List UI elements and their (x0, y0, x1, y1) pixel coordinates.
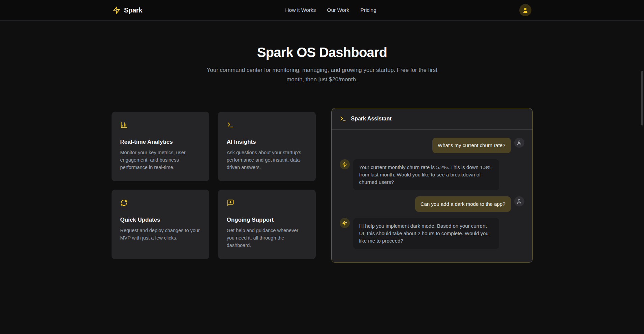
assistant-message-bubble: I'll help you implement dark mode. Based… (353, 218, 499, 249)
hero-section: Spark OS Dashboard Your command center f… (0, 21, 644, 84)
user-icon (516, 199, 522, 204)
assistant-title: Spark Assistant (351, 116, 392, 122)
user-icon (522, 7, 529, 13)
brand-logo[interactable]: Spark (113, 6, 142, 14)
feature-description: Ask questions about your startup's perfo… (227, 149, 307, 171)
feature-title: Quick Updates (120, 217, 201, 223)
user-message-bubble: Can you add a dark mode to the app? (415, 196, 511, 212)
message-square-plus-icon (227, 199, 307, 208)
nav-link-our-work[interactable]: Our Work (327, 7, 349, 13)
zap-icon (342, 220, 347, 226)
feature-grid: Real-time Analytics Monitor your key met… (112, 112, 316, 259)
navbar-inner: Spark How it Works Our Work Pricing (113, 0, 531, 20)
navbar: Spark How it Works Our Work Pricing (0, 0, 644, 21)
user-avatar (514, 196, 524, 206)
feature-title: AI Insights (227, 139, 307, 145)
feature-card-ai-insights[interactable]: AI Insights Ask questions about your sta… (218, 112, 316, 181)
chat-message-assistant: I'll help you implement dark mode. Based… (340, 218, 524, 249)
terminal-icon (340, 115, 346, 122)
page-title: Spark OS Dashboard (0, 45, 644, 60)
chat-message-assistant: Your current monthly churn rate is 5.2%.… (340, 159, 524, 190)
assistant-message-bubble: Your current monthly churn rate is 5.2%.… (353, 159, 499, 190)
terminal-icon (227, 121, 307, 130)
refresh-icon (120, 199, 201, 208)
assistant-chat-log[interactable]: What's my current churn rate? (332, 130, 532, 262)
assistant-panel: Spark Assistant What's my current churn … (331, 108, 533, 263)
zap-icon (113, 6, 121, 14)
feature-description: Request and deploy changes to your MVP w… (120, 227, 201, 242)
chat-message-user: What's my current churn rate? (340, 138, 524, 153)
user-message-bubble: What's my current churn rate? (432, 138, 511, 153)
brand-name: Spark (124, 6, 142, 14)
feature-title: Real-time Analytics (120, 139, 201, 145)
zap-icon (342, 162, 347, 167)
nav-link-pricing[interactable]: Pricing (360, 7, 376, 13)
chart-column-icon (120, 121, 201, 130)
page-scrollbar-thumb[interactable] (641, 71, 643, 126)
feature-card-realtime-analytics[interactable]: Real-time Analytics Monitor your key met… (112, 112, 209, 181)
assistant-header: Spark Assistant (332, 108, 532, 130)
main-content: Real-time Analytics Monitor your key met… (112, 108, 533, 263)
feature-card-quick-updates[interactable]: Quick Updates Request and deploy changes… (112, 190, 209, 259)
assistant-avatar (340, 218, 350, 228)
nav-links: How it Works Our Work Pricing (285, 7, 376, 13)
feature-card-ongoing-support[interactable]: Ongoing Support Get help and guidance wh… (218, 190, 316, 259)
feature-description: Get help and guidance whenever you need … (227, 227, 307, 249)
page-subtitle: Your command center for monitoring, mana… (206, 65, 439, 84)
feature-title: Ongoing Support (227, 217, 307, 223)
feature-description: Monitor your key metrics, user engagemen… (120, 149, 201, 171)
chat-message-user: Can you add a dark mode to the app? (340, 196, 524, 212)
assistant-avatar (340, 159, 350, 169)
nav-link-how-it-works[interactable]: How it Works (285, 7, 316, 13)
user-icon (516, 140, 522, 146)
account-avatar-button[interactable] (519, 4, 531, 16)
user-avatar (514, 138, 524, 148)
